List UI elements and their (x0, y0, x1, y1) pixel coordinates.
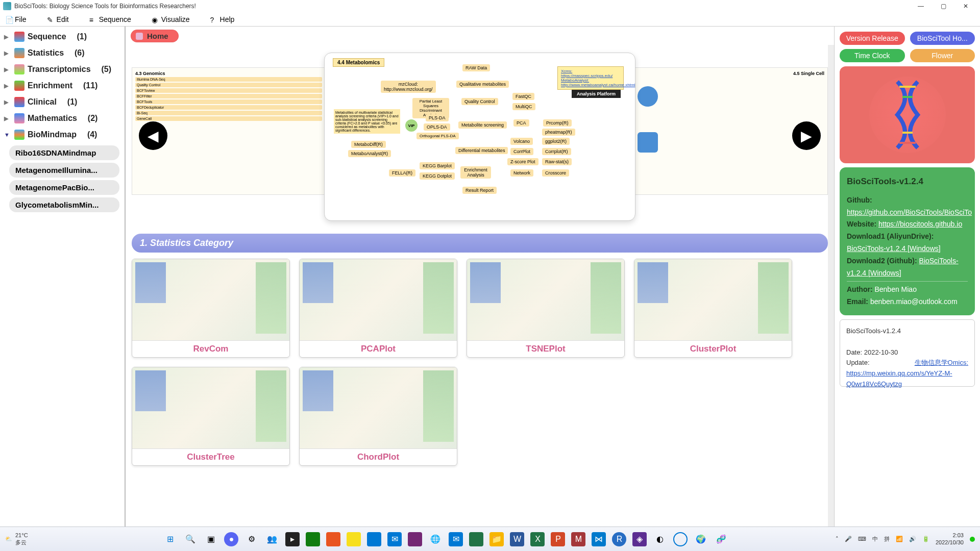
window-titlebar: BioSciTools: Biology Science Tools for B… (0, 0, 980, 12)
vscode-icon[interactable]: ⋈ (592, 532, 606, 546)
tray-wifi-icon[interactable]: 📶 (896, 536, 903, 542)
excel-icon[interactable]: X (530, 532, 545, 546)
tray-battery-icon[interactable]: 🔋 (922, 536, 929, 542)
card-pcaplot[interactable]: PCAPlot (299, 259, 457, 358)
mail-icon[interactable]: ✉ (387, 532, 402, 546)
transcript-icon (14, 64, 24, 74)
category-header-statistics: 1. Statistics Category (132, 234, 828, 253)
menu-file[interactable]: 📄File (5, 15, 27, 23)
sidebar-subitem-metagenome-pacbio[interactable]: MetagenomePacBio... (9, 180, 119, 195)
sidebar-item-enrichment[interactable]: ▶Enrichment (11) (2, 78, 122, 94)
app-icon[interactable] (367, 532, 381, 546)
explorer-icon[interactable]: 📁 (489, 532, 504, 546)
sidebar: ▶Sequence (1) ▶Statistics (6) ▶Transcrip… (0, 27, 126, 535)
github-link[interactable]: https://github.com/BioSciTools/BioSciTo (847, 208, 972, 216)
sidebar-item-sequence[interactable]: ▶Sequence (1) (2, 29, 122, 45)
app-icon[interactable] (326, 532, 340, 546)
app-icon[interactable] (347, 532, 361, 546)
taskbar-apps: ⊞ 🔍 ▣ ● ⚙ 👥 ▸ ✉ 🌐 ✉ 📁 W X P M ⋈ R ◈ ◐ 🌍 … (56, 532, 836, 546)
card-chordplot[interactable]: ChordPlot (299, 367, 457, 466)
card-clusterplot[interactable]: ClusterPlot (634, 259, 792, 358)
app-icon[interactable]: 🧬 (714, 532, 728, 546)
sidebar-item-transcriptomics[interactable]: ▶Transcriptomics (5) (2, 61, 122, 78)
app-icon (3, 2, 11, 10)
menubar: 📄File ✎Edit ≡Sequence ◉Visualize ?Help (0, 12, 980, 27)
stats-icon (14, 48, 24, 58)
chevron-right-icon: ▶ (4, 83, 11, 89)
release-notes-card: BioSciTools-v1.2.4 Date: 2022-10-30 Upda… (840, 319, 975, 387)
menu-visualize[interactable]: ◉Visualize (152, 15, 190, 23)
minimize-button[interactable]: — (910, 1, 932, 12)
website-link[interactable]: https://bioscitools.github.io (878, 220, 962, 228)
app-icon[interactable] (306, 532, 320, 546)
chevron-down-icon: ▼ (4, 132, 11, 138)
tray-ime[interactable]: 中 (872, 535, 878, 543)
dna-icon (14, 32, 24, 42)
version-release-button[interactable]: Version Release (840, 32, 905, 45)
card-tsneplot[interactable]: TSNEPlot (467, 259, 625, 358)
carousel-slide-main[interactable]: 4.4 Metabolomics RAW Data Xcms: https://… (324, 53, 635, 221)
sidebar-item-statistics[interactable]: ▶Statistics (6) (2, 45, 122, 61)
taskbar-weather[interactable]: ⛅ 21°C多云 (5, 532, 56, 545)
flower-button[interactable]: Flower (910, 49, 975, 62)
clinical-icon (14, 97, 24, 107)
maximize-button[interactable]: ▢ (932, 1, 954, 12)
scrollbar[interactable] (828, 45, 834, 535)
carousel-next-button[interactable]: ▶ (792, 121, 821, 150)
main-content: Home ◀ ▶ 4.3 Genomics Illumina DNA-SeqQu… (126, 27, 834, 535)
menu-edit[interactable]: ✎Edit (47, 15, 69, 23)
sidebar-subitem-metagenome-illumina[interactable]: MetagenomeIllumina... (9, 163, 119, 178)
card-clustertree[interactable]: ClusterTree (132, 367, 290, 466)
terminal-icon[interactable]: ▸ (285, 532, 300, 546)
word-icon[interactable]: W (510, 532, 524, 546)
chevron-right-icon: ▶ (4, 34, 11, 40)
tray-notification-icon[interactable] (970, 537, 975, 542)
visualstudio-icon[interactable]: ◈ (632, 532, 647, 546)
card-revcom[interactable]: RevCom (132, 259, 290, 358)
time-clock-button[interactable]: Time Clock (840, 49, 905, 62)
math-icon (14, 113, 24, 123)
taskview-icon[interactable]: ▣ (204, 532, 218, 546)
app-icon[interactable] (408, 532, 422, 546)
taskbar-clock[interactable]: 2:032022/10/30 (936, 532, 964, 545)
tray-chevron-icon[interactable]: ˄ (836, 536, 839, 542)
powerpoint-icon[interactable]: P (551, 532, 565, 546)
mindmap-icon (14, 130, 24, 140)
app-icon[interactable] (469, 532, 483, 546)
app-icon[interactable]: ◐ (653, 532, 667, 546)
settings-icon[interactable]: ⚙ (244, 532, 259, 546)
discord-icon[interactable]: ● (224, 532, 238, 546)
teams-icon[interactable]: 👥 (265, 532, 279, 546)
start-icon[interactable]: ⊞ (163, 532, 177, 546)
release-update-link[interactable]: 生物信息学Omics: (915, 358, 968, 368)
edge-icon[interactable]: 🌐 (428, 532, 443, 546)
chevron-right-icon: ▶ (4, 115, 11, 122)
sidebar-subitem-glycometabolism[interactable]: GlycometabolismMin... (9, 197, 119, 212)
rstudio-icon[interactable]: R (612, 532, 626, 546)
tray-keyboard-icon[interactable]: ⌨ (858, 536, 866, 542)
sidebar-item-clinical[interactable]: ▶Clinical (1) (2, 94, 122, 110)
sidebar-subitem-ribo[interactable]: Ribo16SDNAMindmap (9, 145, 119, 160)
app-icon[interactable]: M (571, 532, 585, 546)
chevron-right-icon: ▶ (4, 66, 11, 73)
close-button[interactable]: ✕ (954, 1, 977, 12)
app-icon[interactable] (673, 532, 688, 546)
tray-volume-icon[interactable]: 🔊 (909, 536, 916, 542)
download1-link[interactable]: BioSciTools-v1.2.4 [Windows] (847, 244, 941, 253)
taskbar-tray: ˄ 🎤 ⌨ 中 拼 📶 🔊 🔋 2:032022/10/30 (836, 532, 975, 545)
info-card: BioSciTools-v1.2.4 Github: https://githu… (840, 167, 975, 315)
menu-sequence[interactable]: ≡Sequence (89, 15, 131, 23)
carousel-prev-button[interactable]: ◀ (139, 121, 167, 150)
tab-home[interactable]: Home (131, 30, 179, 42)
bioscitool-home-button[interactable]: BioSciTool Ho... (910, 32, 975, 45)
search-icon[interactable]: 🔍 (183, 532, 198, 546)
release-url-link[interactable]: https://mp.weixin.qq.com/s/YeYZ-M-Q0wr18… (846, 369, 952, 388)
tray-pinyin[interactable]: 拼 (884, 535, 890, 543)
globe-icon[interactable]: 🌍 (694, 532, 708, 546)
menu-help[interactable]: ?Help (210, 15, 235, 23)
card-thumbnail (300, 367, 457, 449)
tray-mic-icon[interactable]: 🎤 (845, 536, 852, 542)
outlook-icon[interactable]: ✉ (449, 532, 463, 546)
sidebar-item-biomindmap[interactable]: ▼BioMindmap (4) (2, 127, 122, 143)
sidebar-item-mathematics[interactable]: ▶Mathematics (2) (2, 110, 122, 127)
